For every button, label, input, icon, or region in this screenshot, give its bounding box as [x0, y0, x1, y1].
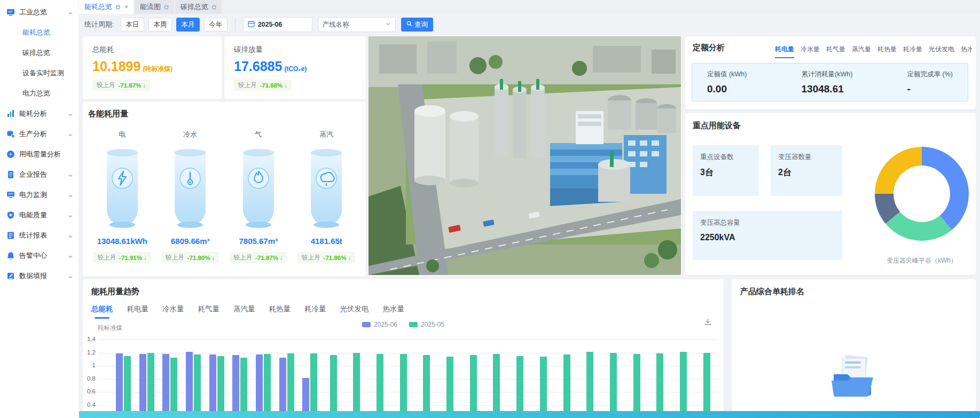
page-tab[interactable]: 能流图 — [135, 0, 174, 14]
y-axis-tick: 0.4 — [84, 401, 96, 408]
quota-tab[interactable]: 耗电量 — [775, 45, 794, 58]
sidebar-item-alarm-center[interactable]: 告警中心 — [0, 246, 79, 266]
sidebar-subitem-label: 能耗总览 — [22, 28, 50, 36]
chart-bar — [264, 354, 271, 411]
chart-bar — [256, 354, 263, 411]
equipment-stat-value: 2台 — [778, 167, 835, 178]
quota-tab[interactable]: 耗冷量 — [903, 45, 922, 58]
quota-analysis-card: 定额分析 耗电量冷水量耗气量蒸汽量耗热量耗冷量光伏发电热水量 定额值 (kWh)… — [685, 36, 976, 109]
sidebar-item-energy-analysis[interactable]: 能耗分析 — [0, 104, 79, 124]
product-ranking-card: 产品综合单耗排名 — [732, 279, 976, 411]
total-energy-value: 10.1899(吨标准煤) — [92, 59, 212, 74]
energy-value: 4181.65t — [311, 236, 342, 246]
sidebar-item-label: 工业总览 — [19, 7, 47, 17]
energy-value: 7805.67m³ — [239, 236, 278, 246]
chart-bar — [116, 353, 123, 411]
sidebar-item-power-quality[interactable]: 电能质量 — [0, 205, 79, 225]
sidebar-item-overview[interactable]: 工业总览 — [0, 2, 79, 22]
close-icon[interactable]: × — [124, 3, 128, 11]
sidebar-subitem-label: 设备实时监测 — [22, 69, 64, 77]
query-button[interactable]: 查询 — [401, 18, 433, 31]
energy-change-badge: 较上月-71.86% ↓ — [297, 252, 355, 263]
energy-change-badge: 较上月-71.91% ↓ — [93, 252, 151, 263]
sidebar-item-label: 数据填报 — [19, 271, 47, 281]
sidebar-subitem[interactable]: 能耗总览 — [0, 22, 79, 43]
period-button[interactable]: 本日 — [121, 18, 144, 31]
quota-field: 定额完成率 (%)- — [907, 70, 953, 94]
quota-tab[interactable]: 光伏发电 — [929, 45, 954, 58]
total-energy-title: 总能耗 — [92, 45, 212, 54]
energy-cylinder-item: 电13048.61kWh较上月-71.91% ↓ — [88, 123, 156, 263]
chart-bar — [186, 352, 193, 411]
quota-tab[interactable]: 蒸汽量 — [852, 45, 871, 58]
sidebar-item-enterprise-report[interactable]: 企业报告 — [0, 164, 79, 185]
chevron-down-icon — [386, 21, 391, 28]
chart-bar — [194, 354, 201, 411]
period-button[interactable]: 本周 — [148, 18, 172, 31]
production-icon — [6, 130, 15, 138]
page-tab-label: 能耗总览 — [84, 2, 112, 12]
factory-aerial-image — [369, 36, 681, 275]
quota-tab[interactable]: 耗气量 — [826, 45, 845, 58]
sidebar-item-label: 统计报表 — [19, 231, 47, 240]
chart-bar — [124, 356, 131, 411]
sidebar-item-label: 用电需量分析 — [19, 149, 61, 159]
chart-bar — [633, 354, 640, 411]
app-root: 工业总览能耗总览碳排总览设备实时监测电力总览能耗分析生产分析用电需量分析企业报告… — [0, 0, 980, 418]
sidebar-item-production-analysis[interactable]: 生产分析 — [0, 124, 79, 144]
sidebar-subitem[interactable]: 碳排总览 — [0, 43, 79, 63]
chart-bar — [162, 354, 169, 411]
refresh-icon[interactable] — [211, 5, 216, 10]
select-placeholder: 产线名称 — [323, 20, 349, 29]
tab-bar: 能耗总览×能流图碳排总览 — [79, 0, 980, 14]
energy-type-label: 气 — [255, 130, 262, 139]
quota-tab[interactable]: 冷水量 — [801, 45, 820, 58]
sidebar-item-label: 生产分析 — [19, 129, 47, 139]
chart-bar — [330, 355, 337, 411]
refresh-icon[interactable] — [164, 5, 169, 10]
sidebar-item-statistic-report[interactable]: 统计报表 — [0, 225, 79, 246]
y-axis-tick: 1.4 — [84, 336, 96, 342]
period-button[interactable]: 本月 — [176, 18, 200, 31]
date-picker[interactable]: 2025-06 — [243, 17, 312, 32]
steam-icon — [315, 167, 338, 190]
chart-bar — [493, 354, 500, 411]
product-line-select[interactable]: 产线名称 — [318, 17, 396, 32]
chart-bar — [240, 358, 247, 411]
chart-bar — [279, 358, 286, 411]
key-equipment-title: 重点用能设备 — [693, 121, 968, 131]
energy-cylinders: 电13048.61kWh较上月-71.91% ↓冷水6809.66m³较上月-7… — [88, 123, 360, 263]
main-area: 能耗总览×能流图碳排总览 统计周期: 本日本周本月今年 2025-06 产线名称… — [79, 0, 980, 418]
total-energy-change-badge: 较上月 -71.87% ↓ — [92, 80, 150, 91]
arrow-down-icon: ↓ — [143, 82, 146, 89]
sidebar-item-data-entry[interactable]: 数据填报 — [0, 266, 79, 286]
quota-tab[interactable]: 热水量 — [961, 45, 971, 58]
sidebar-subitem[interactable]: 电力总览 — [0, 83, 79, 104]
page-tab[interactable]: 能耗总览× — [79, 0, 134, 14]
sidebar-item-power-monitor[interactable]: 电力监测 — [0, 185, 79, 205]
chart-datazoom-slider[interactable] — [79, 411, 980, 418]
chart-bar — [353, 353, 360, 412]
sidebar-subitem[interactable]: 设备实时监测 — [0, 63, 79, 83]
chart-bar — [470, 355, 477, 411]
page-tab[interactable]: 碳排总览 — [175, 0, 222, 14]
energy-value: 13048.61kWh — [97, 236, 147, 246]
electricity-icon — [111, 167, 134, 190]
period-buttons: 本日本周本月今年 — [121, 18, 228, 31]
cylinder-graphic — [311, 149, 342, 229]
refresh-icon[interactable] — [115, 5, 120, 10]
period-button[interactable]: 今年 — [204, 18, 228, 31]
dashboard-icon — [6, 8, 15, 17]
chevron-down-icon — [68, 233, 73, 241]
quota-tab[interactable]: 耗热量 — [877, 45, 897, 58]
chevron-down-icon — [68, 273, 73, 281]
quota-field: 定额值 (kWh)0.00 — [707, 70, 747, 94]
sidebar-item-power-demand[interactable]: 用电需量分析 — [0, 144, 79, 164]
energy-cylinder-item: 冷水6809.66m³较上月-71.80% ↓ — [156, 123, 225, 263]
chart-bar — [287, 353, 294, 411]
energy-trend-card: 能耗用量趋势 总能耗耗电量冷水量耗气量蒸汽量耗热量耗冷量光伏发电热水量 2025… — [83, 279, 724, 418]
chart-bar — [586, 352, 593, 411]
energy-usage-title: 各能耗用量 — [88, 109, 360, 119]
period-label: 统计周期: — [84, 20, 114, 29]
search-icon — [406, 21, 412, 28]
